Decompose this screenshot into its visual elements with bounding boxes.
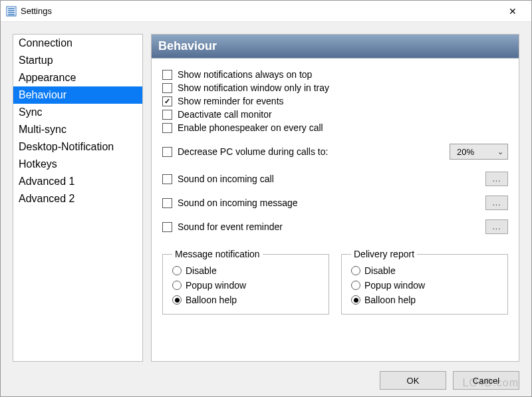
group-legend: Delivery report <box>351 249 417 259</box>
volume-row: Decrease PC volume during calls to: 20% … <box>162 144 508 160</box>
group-list: Message notificationDisablePopup windowB… <box>162 249 508 315</box>
check-row: Show notification window only in tray <box>162 81 508 94</box>
checkbox-label: Show notifications always on top <box>178 68 312 81</box>
panel-body: Show notifications always on topShow not… <box>152 59 519 361</box>
sidebar-item-label: Appearance <box>19 72 76 83</box>
decrease-volume-label: Decrease PC volume during calls to: <box>178 146 444 157</box>
sidebar-item-behaviour[interactable]: Behaviour <box>13 86 142 104</box>
check-row: Deactivate call monitor <box>162 108 508 121</box>
checkbox[interactable] <box>162 70 172 80</box>
sound-label: Sound on incoming message <box>178 198 480 208</box>
browse-button[interactable]: ... <box>485 219 508 234</box>
radio-row: Popup window <box>351 278 498 293</box>
sidebar-item-sync[interactable]: Sync <box>13 104 142 121</box>
client-area: ConnectionStartupAppearanceBehaviourSync… <box>1 22 531 396</box>
checkbox-label: Show reminder for events <box>178 94 284 108</box>
content-panel: Behaviour Show notifications always on t… <box>151 34 519 362</box>
checkbox[interactable] <box>162 83 172 93</box>
radio-button[interactable] <box>172 281 182 290</box>
titlebar: Settings ✕ <box>1 1 531 22</box>
group-message-notification: Message notificationDisablePopup windowB… <box>162 249 329 315</box>
radio-row: Disable <box>351 263 498 278</box>
panes: ConnectionStartupAppearanceBehaviourSync… <box>13 34 519 362</box>
app-icon <box>6 6 17 17</box>
sidebar-item-label: Behaviour <box>19 89 66 100</box>
sidebar-item-appearance[interactable]: Appearance <box>13 69 142 86</box>
sound-checkbox[interactable] <box>162 198 172 208</box>
checkbox[interactable] <box>162 123 172 133</box>
sound-row: Sound on incoming call... <box>162 172 508 186</box>
window-title: Settings <box>21 6 499 16</box>
sidebar-item-label: Startup <box>19 55 53 66</box>
radio-button[interactable] <box>172 266 182 275</box>
radio-label: Disable <box>364 263 396 278</box>
sidebar-item-label: Hotkeys <box>19 158 57 170</box>
radio-label: Popup window <box>186 278 246 293</box>
group-delivery-report: Delivery reportDisablePopup windowBalloo… <box>341 249 508 315</box>
checkbox-label: Show notification window only in tray <box>178 81 329 94</box>
panel-title: Behaviour <box>152 35 519 59</box>
radio-button[interactable] <box>351 266 360 275</box>
close-button[interactable]: ✕ <box>499 1 526 21</box>
check-row: Enable phonespeaker on every call <box>162 121 508 134</box>
radio-button[interactable] <box>351 295 360 305</box>
sound-row: Sound on incoming message... <box>162 196 508 210</box>
sidebar-item-hotkeys[interactable]: Hotkeys <box>13 156 142 173</box>
sound-list: Sound on incoming call...Sound on incomi… <box>162 162 508 234</box>
settings-window: Settings ✕ ConnectionStartupAppearanceBe… <box>0 0 532 397</box>
radio-row: Disable <box>172 263 319 278</box>
check-row: Show reminder for events <box>162 94 508 108</box>
sidebar-item-connection[interactable]: Connection <box>13 35 142 52</box>
checkbox[interactable] <box>162 96 172 106</box>
sidebar-item-label: Desktop-Notification <box>19 141 114 152</box>
browse-button[interactable]: ... <box>485 172 508 186</box>
radio-label: Disable <box>186 263 217 278</box>
sound-checkbox[interactable] <box>162 222 172 232</box>
radio-button[interactable] <box>172 295 182 305</box>
sidebar-item-advanced-1[interactable]: Advanced 1 <box>13 173 142 190</box>
radio-label: Popup window <box>364 278 425 293</box>
radio-row: Balloon help <box>172 293 319 307</box>
sidebar-item-startup[interactable]: Startup <box>13 52 142 69</box>
sidebar-item-label: Advanced 2 <box>19 193 75 204</box>
check-row: Show notifications always on top <box>162 68 508 81</box>
sidebar-item-advanced-2[interactable]: Advanced 2 <box>13 190 142 207</box>
sidebar-item-label: Connection <box>19 37 72 49</box>
radio-label: Balloon help <box>364 293 416 307</box>
sidebar-item-multi-sync[interactable]: Multi-sync <box>13 121 142 138</box>
sidebar-item-desktop-notification[interactable]: Desktop-Notification <box>13 138 142 156</box>
sidebar-item-label: Multi-sync <box>19 124 66 135</box>
checkbox-label: Deactivate call monitor <box>178 108 272 121</box>
chevron-down-icon: ⌄ <box>497 148 503 156</box>
group-legend: Message notification <box>172 249 263 259</box>
sound-label: Sound for event reminder <box>178 221 480 232</box>
volume-percent-value: 20% <box>457 147 474 157</box>
decrease-volume-checkbox[interactable] <box>162 147 172 157</box>
volume-percent-select[interactable]: 20% ⌄ <box>450 144 508 160</box>
radio-row: Popup window <box>172 278 319 293</box>
sound-row: Sound for event reminder... <box>162 219 508 234</box>
radio-label: Balloon help <box>186 293 237 307</box>
ok-button[interactable]: OK <box>380 371 446 390</box>
browse-button[interactable]: ... <box>485 196 508 210</box>
sound-checkbox[interactable] <box>162 174 172 184</box>
dialog-buttons: OK Cancel <box>13 362 519 390</box>
radio-button[interactable] <box>351 281 360 290</box>
cancel-button[interactable]: Cancel <box>453 371 519 390</box>
radio-row: Balloon help <box>351 293 498 307</box>
sidebar-item-label: Sync <box>19 106 43 118</box>
checkbox-label: Enable phonespeaker on every call <box>178 121 323 134</box>
check-list: Show notifications always on topShow not… <box>162 68 508 134</box>
sidebar-item-label: Advanced 1 <box>19 176 75 187</box>
close-icon: ✕ <box>509 6 517 17</box>
category-list: ConnectionStartupAppearanceBehaviourSync… <box>13 34 143 362</box>
sound-label: Sound on incoming call <box>178 174 480 184</box>
checkbox[interactable] <box>162 110 172 120</box>
